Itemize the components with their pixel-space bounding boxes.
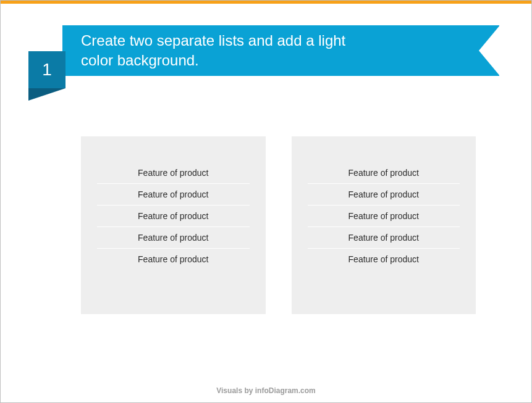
list-item: Feature of product (97, 184, 250, 206)
list-item: Feature of product (308, 227, 460, 249)
step-number: 1 (42, 60, 52, 80)
list-item: Feature of product (97, 249, 250, 270)
content-lists: Feature of product Feature of product Fe… (81, 136, 476, 314)
slide-title: Create two separate lists and add a ligh… (81, 31, 371, 71)
list-item: Feature of product (308, 162, 460, 184)
ribbon-notch-icon (479, 25, 500, 76)
list-item: Feature of product (97, 206, 250, 227)
list-item: Feature of product (97, 162, 250, 184)
footer-credit: Visuals by infoDiagram.com (1, 386, 531, 395)
list-left: Feature of product Feature of product Fe… (81, 136, 266, 314)
title-ribbon: Create two separate lists and add a ligh… (62, 25, 499, 76)
list-right: Feature of product Feature of product Fe… (292, 136, 476, 314)
accent-strip (1, 1, 531, 4)
slide-header: Create two separate lists and add a ligh… (28, 25, 499, 93)
list-item: Feature of product (308, 249, 460, 270)
list-item: Feature of product (97, 227, 250, 249)
list-item: Feature of product (308, 206, 460, 227)
badge-shadow-icon (28, 88, 65, 101)
step-number-badge: 1 (28, 51, 65, 88)
list-item: Feature of product (308, 184, 460, 206)
